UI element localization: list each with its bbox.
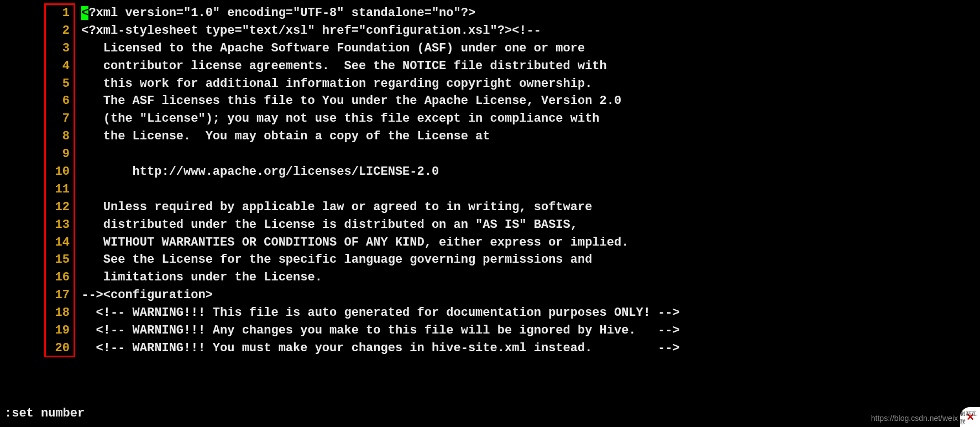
line-number: 6 bbox=[0, 92, 74, 110]
code-line[interactable]: 12 Unless required by applicable law or … bbox=[0, 199, 980, 216]
code-text[interactable]: Unless required by applicable law or agr… bbox=[81, 199, 980, 216]
code-text[interactable]: the License. You may obtain a copy of th… bbox=[81, 128, 980, 145]
code-line[interactable]: 7 (the "License"); you may not use this … bbox=[0, 110, 980, 128]
line-number: 19 bbox=[0, 322, 74, 340]
code-line[interactable]: 9 bbox=[0, 145, 980, 163]
line-number: 14 bbox=[0, 234, 74, 252]
line-number: 3 bbox=[0, 40, 74, 58]
code-text[interactable]: <!-- WARNING!!! Any changes you make to … bbox=[81, 322, 980, 340]
code-text[interactable]: See the License for the specific languag… bbox=[81, 251, 980, 269]
line-number: 7 bbox=[0, 110, 74, 128]
code-text[interactable]: http://www.apache.org/licenses/LICENSE-2… bbox=[81, 163, 980, 181]
code-text[interactable]: Licensed to the Apache Software Foundati… bbox=[81, 40, 980, 58]
vim-command-line[interactable]: :set number bbox=[4, 405, 85, 423]
line-number: 2 bbox=[0, 22, 74, 40]
code-line[interactable]: 11 bbox=[0, 181, 980, 199]
line-number: 11 bbox=[0, 181, 74, 199]
code-text[interactable]: contributor license agreements. See the … bbox=[81, 58, 980, 75]
code-line[interactable]: 6 The ASF licenses this file to You unde… bbox=[0, 92, 980, 110]
line-number: 4 bbox=[0, 58, 74, 75]
code-line[interactable]: 18 <!-- WARNING!!! This file is auto gen… bbox=[0, 304, 980, 322]
code-text[interactable]: limitations under the License. bbox=[81, 269, 980, 287]
code-text[interactable]: (the "License"); you may not use this fi… bbox=[81, 110, 980, 128]
watermark-text: https://blog.csdn.net/weix bbox=[871, 413, 958, 424]
line-number: 18 bbox=[0, 304, 74, 322]
line-number: 5 bbox=[0, 75, 74, 93]
line-number: 8 bbox=[0, 128, 74, 145]
line-number: 15 bbox=[0, 251, 74, 269]
code-text[interactable]: The ASF licenses this file to You under … bbox=[81, 92, 980, 110]
code-text[interactable]: <?xml version="1.0" encoding="UTF-8" sta… bbox=[81, 4, 980, 22]
brand-badge-text: 创新互联 bbox=[960, 410, 979, 426]
editor-area[interactable]: 1 <?xml version="1.0" encoding="UTF-8" s… bbox=[0, 4, 980, 357]
code-line[interactable]: 5 this work for additional information r… bbox=[0, 75, 980, 93]
cursor: < bbox=[81, 6, 88, 20]
code-line[interactable]: 2 <?xml-stylesheet type="text/xsl" href=… bbox=[0, 22, 980, 40]
line-number: 17 bbox=[0, 287, 74, 304]
line-number: 1 bbox=[0, 4, 74, 22]
code-text[interactable] bbox=[81, 145, 980, 163]
code-text[interactable]: <!-- WARNING!!! You must make your chang… bbox=[81, 340, 980, 357]
code-line[interactable]: 10 http://www.apache.org/licenses/LICENS… bbox=[0, 163, 980, 181]
code-line[interactable]: 8 the License. You may obtain a copy of … bbox=[0, 128, 980, 145]
code-line[interactable]: 13 distributed under the License is dist… bbox=[0, 216, 980, 234]
code-text[interactable]: --><configuration> bbox=[81, 287, 980, 304]
code-text[interactable]: distributed under the License is distrib… bbox=[81, 216, 980, 234]
code-line[interactable]: 1 <?xml version="1.0" encoding="UTF-8" s… bbox=[0, 4, 980, 22]
code-text[interactable]: <?xml-stylesheet type="text/xsl" href="c… bbox=[81, 22, 980, 40]
line-number: 20 bbox=[0, 340, 74, 357]
code-line[interactable]: 3 Licensed to the Apache Software Founda… bbox=[0, 40, 980, 58]
code-text[interactable] bbox=[81, 181, 980, 199]
code-text[interactable]: WITHOUT WARRANTIES OR CONDITIONS OF ANY … bbox=[81, 234, 980, 252]
line-number: 13 bbox=[0, 216, 74, 234]
line-number: 12 bbox=[0, 199, 74, 216]
line-number: 9 bbox=[0, 145, 74, 163]
code-line[interactable]: 14 WITHOUT WARRANTIES OR CONDITIONS OF A… bbox=[0, 234, 980, 252]
code-line[interactable]: 15 See the License for the specific lang… bbox=[0, 251, 980, 269]
code-text[interactable]: this work for additional information reg… bbox=[81, 75, 980, 93]
code-text[interactable]: <!-- WARNING!!! This file is auto genera… bbox=[81, 304, 980, 322]
line-number: 16 bbox=[0, 269, 74, 287]
code-line[interactable]: 16 limitations under the License. bbox=[0, 269, 980, 287]
code-line[interactable]: 19 <!-- WARNING!!! Any changes you make … bbox=[0, 322, 980, 340]
code-line[interactable]: 4 contributor license agreements. See th… bbox=[0, 58, 980, 75]
code-line[interactable]: 20 <!-- WARNING!!! You must make your ch… bbox=[0, 340, 980, 357]
code-line[interactable]: 17 --><configuration> bbox=[0, 287, 980, 304]
brand-badge-icon: ✕创新互联 bbox=[960, 407, 980, 427]
line-number: 10 bbox=[0, 163, 74, 181]
